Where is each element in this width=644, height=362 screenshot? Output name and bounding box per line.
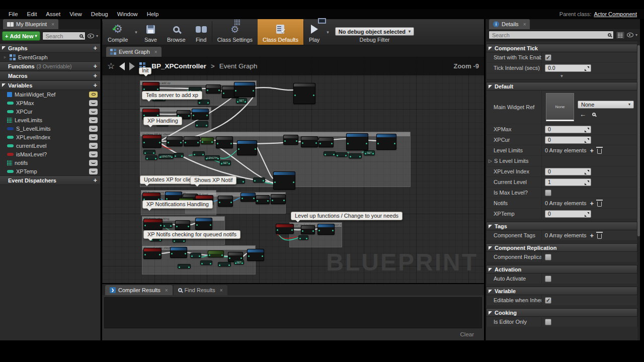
chevron-down-icon[interactable]: ▾ xyxy=(635,33,637,37)
tree-item-eventgraph[interactable]: ▹EventGraph xyxy=(0,53,100,61)
clear-button[interactable]: Clear xyxy=(460,331,474,337)
graph-node-event[interactable] xyxy=(276,224,294,234)
graph-node-pure[interactable] xyxy=(143,150,155,154)
graph-node-func[interactable] xyxy=(240,193,256,202)
breadcrumb-current[interactable]: Event Graph xyxy=(219,62,258,70)
property-matrix-icon[interactable] xyxy=(616,31,625,39)
graph-node-event[interactable] xyxy=(143,248,162,259)
section-header[interactable]: Cooking xyxy=(486,308,637,317)
eye-closed-icon[interactable] xyxy=(89,151,98,157)
graph-node-pure[interactable] xyxy=(298,235,308,240)
graph-node-func[interactable] xyxy=(192,109,209,120)
visibility-eye-icon[interactable] xyxy=(627,33,633,37)
menu-asset[interactable]: Asset xyxy=(41,11,65,17)
graph-node-func[interactable] xyxy=(247,249,264,261)
add-element-icon[interactable] xyxy=(590,147,594,154)
graph-node-pure[interactable] xyxy=(193,151,205,156)
graph-node-func[interactable] xyxy=(234,82,255,97)
toolbar-save-button[interactable]: Save xyxy=(139,19,162,45)
graph-node-func[interactable] xyxy=(346,133,368,150)
delete-elements-icon[interactable] xyxy=(597,202,602,207)
graph-node-dark[interactable] xyxy=(216,136,233,148)
graph-node-pure[interactable]: LENGTH xyxy=(205,155,220,160)
graph-node-green[interactable] xyxy=(201,137,214,144)
checkbox[interactable] xyxy=(545,319,551,325)
menu-debug[interactable]: Debug xyxy=(87,11,113,17)
graph-node-func[interactable] xyxy=(195,218,212,230)
graph-node-pure[interactable] xyxy=(178,264,191,268)
eye-closed-icon[interactable] xyxy=(89,126,98,132)
checkbox[interactable] xyxy=(545,54,551,61)
delete-elements-icon[interactable] xyxy=(597,149,602,154)
back-arrow-icon[interactable] xyxy=(119,62,125,70)
details-scrollbar[interactable] xyxy=(637,41,640,340)
breadcrumb-root[interactable]: BP_XPController xyxy=(151,62,206,70)
tab-find-results[interactable]: Find Results× xyxy=(174,285,227,295)
add-icon[interactable]: + xyxy=(93,44,97,52)
add-icon[interactable]: + xyxy=(93,72,97,79)
checkbox[interactable] xyxy=(545,276,551,282)
section-header-variables[interactable]: Variables+ xyxy=(0,80,100,90)
graph-node-setv[interactable]: SET xyxy=(364,150,375,155)
eye-closed-icon[interactable] xyxy=(89,160,98,166)
section-header[interactable]: Default xyxy=(486,82,637,90)
visibility-eye-icon[interactable] xyxy=(88,34,94,38)
debug-object-select[interactable]: No debug object selected▾ xyxy=(335,27,414,36)
graph-node-setv[interactable]: SET xyxy=(220,160,231,165)
graph-node-event[interactable] xyxy=(143,219,163,230)
graph-node-dark[interactable] xyxy=(175,220,190,230)
add-icon[interactable]: + xyxy=(93,81,97,89)
tab-compiler-results[interactable]: Compiler Results× xyxy=(105,285,173,295)
collapsed-arrow-icon[interactable]: ▹ xyxy=(4,55,7,59)
toolbar-browse-button[interactable]: Browse xyxy=(162,19,191,45)
number-input[interactable]: 0.0 xyxy=(545,64,591,72)
number-input[interactable]: 1 xyxy=(545,178,591,186)
graph-node-func[interactable] xyxy=(273,171,295,190)
menu-edit[interactable]: Edit xyxy=(23,11,42,17)
graph-node-pure[interactable] xyxy=(336,152,348,157)
graph-node-setv[interactable]: SET xyxy=(236,98,247,104)
number-input[interactable]: 0 xyxy=(545,210,591,218)
graph-node-pure[interactable] xyxy=(174,153,184,157)
section-header-graphs[interactable]: Graphs+ xyxy=(0,43,100,53)
asset-select[interactable]: None▾ xyxy=(578,101,634,109)
eye-closed-icon[interactable] xyxy=(89,143,98,149)
graph-node-dark[interactable] xyxy=(167,136,183,146)
graph-node-pure[interactable] xyxy=(349,153,362,158)
graph-node-pure[interactable] xyxy=(200,260,212,265)
browse-to-asset-icon[interactable] xyxy=(592,113,596,116)
checkbox[interactable] xyxy=(545,190,551,196)
toolbar-compile-button[interactable]: ⚙✓Compile xyxy=(103,19,133,45)
checkbox[interactable] xyxy=(545,254,551,260)
section-expander[interactable]: ▼ xyxy=(486,73,637,79)
menu-window[interactable]: Window xyxy=(113,11,142,17)
tree-item-xpmax[interactable]: XPMax xyxy=(0,99,100,107)
graph-node-pure[interactable] xyxy=(198,100,210,105)
eye-closed-icon[interactable] xyxy=(89,100,98,106)
section-header-event-dispatchers[interactable]: Event Dispatchers+ xyxy=(0,175,100,185)
graph-node-dark[interactable] xyxy=(318,137,334,147)
graph-node-dark[interactable] xyxy=(218,196,233,207)
close-icon[interactable]: × xyxy=(154,49,157,55)
graph-node-green[interactable] xyxy=(208,250,224,257)
graph-node-pure[interactable] xyxy=(190,253,201,258)
chevron-down-icon[interactable]: ▾ xyxy=(96,34,98,38)
section-header-macros[interactable]: Macros+ xyxy=(0,71,100,80)
toolbar-class-settings-button[interactable]: ⚙Class Settings xyxy=(212,19,258,45)
graph-node-dark[interactable] xyxy=(206,84,221,94)
forward-arrow-icon[interactable] xyxy=(129,62,135,70)
section-header[interactable]: Variable xyxy=(486,287,637,295)
blueprint-search-box[interactable] xyxy=(42,32,86,40)
graph-node-pure[interactable] xyxy=(324,151,336,156)
asset-thumbnail[interactable]: None xyxy=(546,93,574,121)
add-element-icon[interactable] xyxy=(590,232,594,239)
tab-event-graph[interactable]: Event Graph × xyxy=(106,47,162,57)
tab-my-blueprint[interactable]: My Blueprint × xyxy=(3,19,58,29)
number-input[interactable]: 0 xyxy=(545,168,591,175)
collapsed-arrow-icon[interactable]: ▷ xyxy=(489,158,492,163)
tab-details[interactable]: Details × xyxy=(489,19,530,29)
tree-item-currentlevel[interactable]: currentLevel xyxy=(0,141,100,150)
toolbar-play-button[interactable]: Play xyxy=(304,19,325,45)
add-icon[interactable]: + xyxy=(93,176,97,184)
close-icon[interactable]: × xyxy=(220,288,223,293)
